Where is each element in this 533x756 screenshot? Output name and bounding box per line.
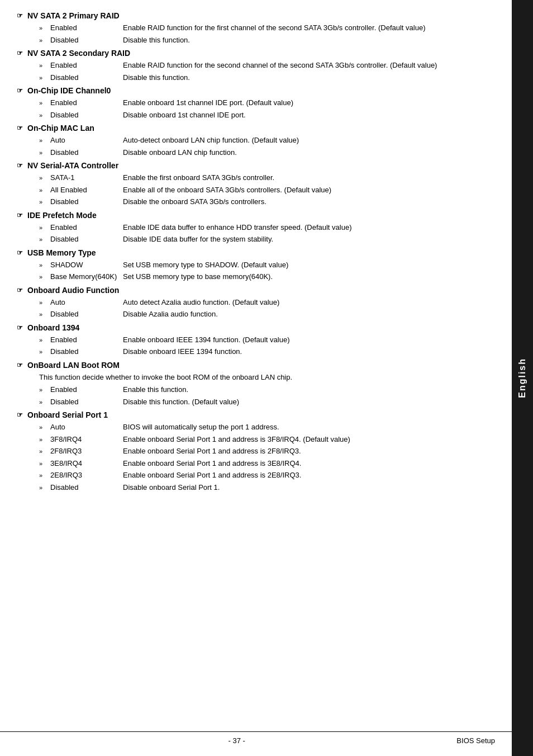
option-row: »DisabledDisable this function. <box>39 72 484 83</box>
section-on-chip-ide-channel0: ☞On-Chip IDE Channel0»EnabledEnable onbo… <box>17 86 484 120</box>
section-ide-prefetch-mode: ☞IDE Prefetch Mode»EnabledEnable IDE dat… <box>17 211 484 245</box>
section-title-onboard-1394: ☞Onboard 1394 <box>17 323 484 332</box>
option-row: »SATA-1Enable the first onboard SATA 3Gb… <box>39 172 484 183</box>
option-bullet-icon: » <box>39 234 47 244</box>
section-desc-onboard-lan-boot-rom: This function decide whether to invoke t… <box>39 372 484 383</box>
option-label: Auto <box>50 135 123 146</box>
option-bullet-icon: » <box>39 97 47 108</box>
option-desc: Disable Azalia audio function. <box>123 309 484 320</box>
option-label: Base Memory(640K) <box>50 271 123 282</box>
option-desc: Auto detect Azalia audio function. (Defa… <box>123 297 484 308</box>
option-label: Disabled <box>50 482 123 493</box>
option-desc: Enable onboard IEEE 1394 function. (Defa… <box>123 334 484 346</box>
option-row: »Base Memory(640K)Set USB memory type to… <box>39 271 484 282</box>
section-usb-memory-type: ☞USB Memory Type»SHADOWSet USB memory ty… <box>17 248 484 282</box>
option-label: Disabled <box>50 234 123 245</box>
option-bullet-icon: » <box>39 72 47 83</box>
option-label: Disabled <box>50 110 123 121</box>
option-label: Disabled <box>50 147 123 158</box>
option-desc: Set USB memory type to SHADOW. (Default … <box>123 259 484 271</box>
main-content: ☞NV SATA 2 Primary RAID»EnabledEnable RA… <box>0 0 512 756</box>
option-row: »DisabledDisable onboard Serial Port 1. <box>39 482 484 493</box>
section-title-text: OnBoard LAN Boot ROM <box>27 361 120 370</box>
section-title-nv-sata2-primary-raid: ☞NV SATA 2 Primary RAID <box>17 11 484 20</box>
section-onboard-lan-boot-rom: ☞OnBoard LAN Boot ROMThis function decid… <box>17 361 484 408</box>
option-row: »DisabledDisable onboard 1st channel IDE… <box>39 110 484 121</box>
option-bullet-icon: » <box>39 346 47 357</box>
option-bullet-icon: » <box>39 422 47 432</box>
option-desc: Enable IDE data buffer to enhance HDD tr… <box>123 222 484 233</box>
option-row: »AutoBIOS will automatically setup the p… <box>39 422 484 433</box>
option-row: »EnabledEnable RAID function for the sec… <box>39 60 484 71</box>
option-bullet-icon: » <box>39 271 47 282</box>
option-label: Auto <box>50 297 123 308</box>
option-row: »AutoAuto-detect onboard LAN chip functi… <box>39 135 484 146</box>
option-row: »All EnabledEnable all of the onboard SA… <box>39 185 484 196</box>
option-row: »DisabledDisable Azalia audio function. <box>39 309 484 320</box>
option-row: »DisabledDisable IDE data buffer for the… <box>39 234 484 245</box>
arrow-icon: ☞ <box>17 87 23 94</box>
option-desc: Enable the first onboard SATA 3Gb/s cont… <box>123 172 484 183</box>
section-title-on-chip-mac-lan: ☞On-Chip MAC Lan <box>17 124 484 133</box>
option-desc: Set USB memory type to base memory(640K)… <box>123 271 484 282</box>
option-bullet-icon: » <box>39 396 47 407</box>
section-onboard-serial-port-1: ☞Onboard Serial Port 1»AutoBIOS will aut… <box>17 410 484 493</box>
option-bullet-icon: » <box>39 259 47 270</box>
option-label: Disabled <box>50 196 123 207</box>
section-title-text: NV SATA 2 Primary RAID <box>27 11 120 20</box>
option-bullet-icon: » <box>39 22 47 33</box>
option-row: »3E8/IRQ4Enable onboard Serial Port 1 an… <box>39 458 484 469</box>
option-row: »AutoAuto detect Azalia audio function. … <box>39 297 484 308</box>
option-bullet-icon: » <box>39 384 47 395</box>
option-bullet-icon: » <box>39 196 47 207</box>
arrow-icon: ☞ <box>17 162 23 169</box>
option-desc: Enable onboard Serial Port 1 and address… <box>123 458 484 469</box>
option-row: »EnabledEnable onboard IEEE 1394 functio… <box>39 334 484 346</box>
option-bullet-icon: » <box>39 185 47 195</box>
option-desc: Disable onboard LAN chip function. <box>123 147 484 158</box>
section-nv-sata2-primary-raid: ☞NV SATA 2 Primary RAID»EnabledEnable RA… <box>17 11 484 45</box>
option-bullet-icon: » <box>39 172 47 183</box>
option-desc: Disable onboard Serial Port 1. <box>123 482 484 493</box>
page-container: ☞NV SATA 2 Primary RAID»EnabledEnable RA… <box>0 0 533 756</box>
option-label: Disabled <box>50 35 123 46</box>
section-title-onboard-audio-function: ☞Onboard Audio Function <box>17 286 484 295</box>
option-row: »DisabledDisable this function. (Default… <box>39 396 484 408</box>
option-bullet-icon: » <box>39 222 47 233</box>
footer-right-text: BIOS Setup <box>456 736 495 745</box>
option-bullet-icon: » <box>39 147 47 158</box>
option-label: All Enabled <box>50 185 123 196</box>
sidebar-label: English <box>517 358 527 398</box>
footer-page-num: - 37 - <box>17 736 456 745</box>
option-desc: Disable onboard 1st channel IDE port. <box>123 110 484 121</box>
option-bullet-icon: » <box>39 35 47 45</box>
arrow-icon: ☞ <box>17 411 23 419</box>
option-desc: Disable onboard IEEE 1394 function. <box>123 346 484 357</box>
section-title-text: On-Chip MAC Lan <box>27 124 94 133</box>
section-on-chip-mac-lan: ☞On-Chip MAC Lan»AutoAuto-detect onboard… <box>17 124 484 158</box>
section-title-onboard-serial-port-1: ☞Onboard Serial Port 1 <box>17 410 484 419</box>
option-row: »DisabledDisable this function. <box>39 35 484 46</box>
option-label: Enabled <box>50 222 123 233</box>
arrow-icon: ☞ <box>17 124 23 132</box>
option-desc: BIOS will automatically setup the port 1… <box>123 422 484 433</box>
section-title-text: IDE Prefetch Mode <box>27 211 97 220</box>
arrow-icon: ☞ <box>17 361 23 369</box>
section-onboard-audio-function: ☞Onboard Audio Function»AutoAuto detect … <box>17 286 484 320</box>
option-bullet-icon: » <box>39 309 47 319</box>
option-row: »DisabledDisable onboard LAN chip functi… <box>39 147 484 158</box>
section-title-onboard-lan-boot-rom: ☞OnBoard LAN Boot ROM <box>17 361 484 370</box>
option-label: 2F8/IRQ3 <box>50 446 123 457</box>
option-desc: Enable RAID function for the first chann… <box>123 22 484 34</box>
option-label: Enabled <box>50 334 123 346</box>
option-label: Auto <box>50 422 123 433</box>
arrow-icon: ☞ <box>17 211 23 219</box>
section-title-nv-sata2-secondary-raid: ☞NV SATA 2 Secondary RAID <box>17 49 484 58</box>
option-desc: Disable this function. (Default value) <box>123 396 484 408</box>
option-label: Disabled <box>50 309 123 320</box>
option-desc: Disable this function. <box>123 35 484 46</box>
option-bullet-icon: » <box>39 135 47 145</box>
section-title-ide-prefetch-mode: ☞IDE Prefetch Mode <box>17 211 484 220</box>
arrow-icon: ☞ <box>17 249 23 257</box>
option-bullet-icon: » <box>39 110 47 120</box>
